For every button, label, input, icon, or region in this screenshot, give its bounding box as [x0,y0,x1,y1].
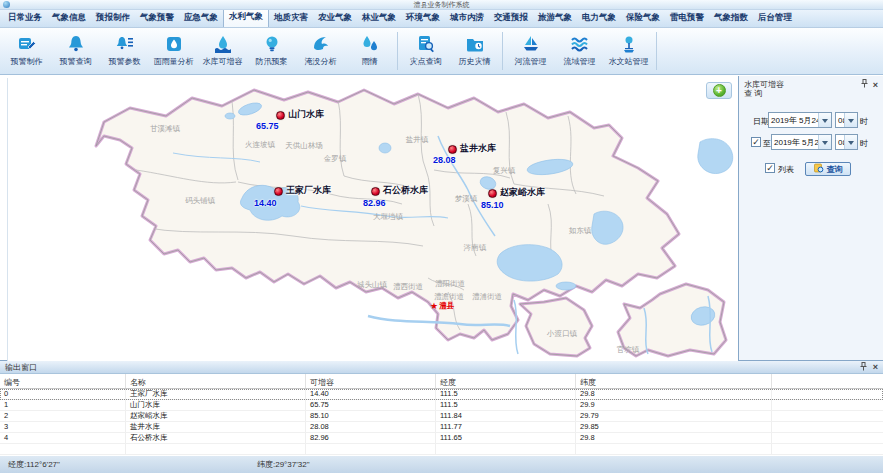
town-label: 大堰垱镇 [373,212,403,222]
toolbar-button-rain-info[interactable]: 雨情 [345,29,394,73]
to-checkbox[interactable] [751,137,761,147]
column-header-4[interactable]: 经度 [436,374,576,388]
table-cell: 29.8 [576,389,772,399]
toolbar-button-flood-plan[interactable]: 防汛预案 [247,29,296,73]
close-icon[interactable]: × [873,81,878,89]
menu-tab-15[interactable]: 保险气象 [621,10,665,27]
town-label: 金罗镇 [324,154,347,164]
menu-tab-4[interactable]: 气象预警 [135,10,179,27]
reservoir-marker-icon[interactable] [276,111,285,120]
toolbar-button-warning-edit[interactable]: 预警制作 [2,29,51,73]
column-header-1[interactable]: 编号 [0,374,126,388]
column-header-3[interactable]: 可增容 [306,374,436,388]
menu-tab-16[interactable]: 雷电预警 [665,10,709,27]
menu-tab-11[interactable]: 城市内涝 [445,10,489,27]
table-row[interactable]: 0王家厂水库14.40111.529.8 [0,389,883,400]
menu-tab-6[interactable]: 水利气象 [223,8,269,27]
toolbar: 预警制作预警查询预警参数面雨量分析水库可增容防汛预案淹没分析雨情灾点查询历史灾情… [0,28,883,75]
map-canvas[interactable]: 甘溪滩镇火连坡镇天供山林场金罗镇盐井镇码头铺镇复兴镇梦溪镇大堰垱镇涔南镇如东镇城… [7,78,738,361]
reservoir-marker-icon[interactable] [488,189,497,198]
menu-tab-9[interactable]: 林业气象 [357,10,401,27]
town-label: 官垸镇 [617,345,640,355]
date-select-value: 2019年 5月24日 [769,115,818,126]
basin-manage-icon [569,33,590,54]
toolbar-button-river-manage[interactable]: 河流管理 [506,29,555,73]
toolbar-button-basin-manage[interactable]: 流域管理 [555,29,604,73]
toolbar-button-label: 灾点查询 [410,56,442,67]
table-row[interactable]: 2赵家峪水库85.10111.8429.79 [0,411,883,422]
table-row[interactable]: 3盐井水库28.08111.7729.85 [0,422,883,433]
table-cell: 盐井水库 [126,422,306,432]
chevron-down-icon[interactable] [818,135,831,149]
toolbar-button-hydrostation-manage[interactable]: 水文站管理 [604,29,653,73]
table-row[interactable]: 1山门水库65.75111.529.9 [0,400,883,411]
to-hour-select[interactable]: 08 [835,134,858,150]
menu-tab-2[interactable]: 气象信息 [47,10,91,27]
reservoir-name-label: 王家厂水库 [286,184,331,197]
list-checkbox[interactable] [765,163,775,173]
pin-icon[interactable] [861,79,868,90]
table-cell: 3 [0,422,126,432]
menu-tab-3[interactable]: 预报制作 [91,10,135,27]
toolbar-button-inundation[interactable]: 淹没分析 [296,29,345,73]
table-cell: 65.75 [306,400,436,410]
toolbar-button-label: 雨情 [362,56,378,67]
menu-tab-12[interactable]: 交通预报 [489,10,533,27]
toolbar-button-warning-params[interactable]: 预警参数 [100,29,149,73]
table-cell: 赵家峪水库 [126,411,306,421]
to-date-select[interactable]: 2019年 5月25日 [771,134,832,150]
chevron-down-icon[interactable] [818,113,831,127]
reservoir-marker-icon[interactable] [274,187,283,196]
menu-tab-7[interactable]: 地质灾害 [269,10,313,27]
star-icon: ★ [430,302,438,311]
warning-edit-icon [16,33,37,54]
reservoir-marker-icon[interactable] [371,187,380,196]
toolbar-button-label: 历史灾情 [459,56,491,67]
output-panel-title: 输出窗口 [5,362,37,373]
table-cell: 111.77 [436,422,576,432]
hour-select[interactable]: 08 [835,112,858,128]
menu-tab-14[interactable]: 电力气象 [577,10,621,27]
app-window: 澧县业务制作系统 日常业务气象信息预报制作气象预警应急气象水利气象地质灾害农业气… [0,0,883,473]
toolbar-button-label: 流域管理 [564,56,596,67]
town-label: 小渡口镇 [547,329,577,339]
toolbar-button-reservoir-capacity[interactable]: 水库可增容 [198,29,247,73]
column-header-5[interactable]: 纬度 [576,374,772,388]
table-cell: 4 [0,433,126,443]
table-cell [576,444,772,454]
menu-tab-18[interactable]: 后台管理 [753,10,797,27]
menu-tab-10[interactable]: 环境气象 [401,10,445,27]
table-cell: 111.5 [436,400,576,410]
table-cell: 山门水库 [126,400,306,410]
plus-icon: + [713,84,726,97]
reservoir-marker-icon[interactable] [448,145,457,154]
menu-tab-17[interactable]: 气象指数 [709,10,753,27]
column-header-2[interactable]: 名称 [126,374,306,388]
close-icon[interactable]: × [873,363,878,371]
area-rainfall-icon [163,33,184,54]
query-panel-subtitle: 查 询 [744,88,762,99]
titlebar: 澧县业务制作系统 [0,0,883,10]
chevron-down-icon[interactable] [844,135,857,149]
toolbar-button-disaster-search[interactable]: 灾点查询 [401,29,450,73]
map-add-button[interactable]: + [706,82,732,99]
toolbar-button-warning-search[interactable]: 预警查询 [51,29,100,73]
table-cell: 王家厂水库 [126,389,306,399]
chevron-down-icon[interactable] [844,113,857,127]
pin-icon[interactable] [860,362,867,373]
toolbar-button-area-rainfall[interactable]: 面雨量分析 [149,29,198,73]
table-cell: 2 [0,411,126,421]
query-button[interactable]: 查询 [805,162,851,176]
date-select[interactable]: 2019年 5月24日 [768,112,832,128]
town-label: 火连坡镇 [245,140,275,150]
list-label: 列表 [778,164,794,175]
map-area: 甘溪滩镇火连坡镇天供山林场金罗镇盐井镇码头铺镇复兴镇梦溪镇大堰垱镇涔南镇如东镇城… [0,76,738,360]
town-label: 天供山林场 [285,141,323,151]
town-label: 如东镇 [569,226,592,236]
table-row[interactable]: 4石公桥水库82.96111.6529.8 [0,433,883,444]
menu-tab-13[interactable]: 旅游气象 [533,10,577,27]
menu-tab-1[interactable]: 日常业务 [3,10,47,27]
menu-tab-5[interactable]: 应急气象 [179,10,223,27]
toolbar-button-disaster-history[interactable]: 历史灾情 [450,29,499,73]
menu-tab-8[interactable]: 农业气象 [313,10,357,27]
